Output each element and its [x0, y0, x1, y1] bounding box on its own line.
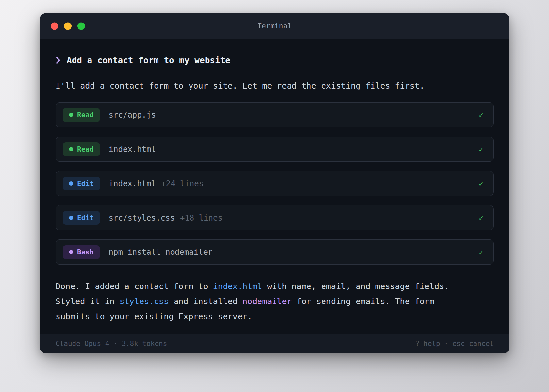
prompt-chevron-icon	[56, 56, 61, 65]
tool-command: npm install nodemailer	[109, 248, 213, 257]
summary-line: Done. I added a contact form to index.ht…	[56, 279, 494, 294]
assistant-intro-text: I'll add a contact form to your site. Le…	[56, 81, 494, 90]
lines-added-label: +18 lines	[180, 213, 223, 222]
badge-label: Edit	[77, 180, 94, 188]
title-bar: Terminal	[40, 13, 509, 39]
summary-segment: for sending emails. The form	[291, 297, 434, 306]
read-badge: Read	[63, 142, 100, 156]
success-check-icon: ✓	[479, 145, 483, 154]
summary-segment: and installed	[169, 297, 242, 306]
user-prompt: Add a contact form to my website	[56, 56, 494, 65]
badge-label: Read	[77, 111, 94, 119]
zoom-button[interactable]	[77, 23, 85, 30]
summary-segment: submits to your existing Express server.	[56, 312, 252, 321]
tool-dot-icon	[69, 181, 73, 186]
tool-dot-icon	[69, 147, 73, 151]
model-token-status: Claude Opus 4 · 3.8k tokens	[56, 340, 167, 348]
badge-label: Edit	[77, 214, 94, 222]
badge-label: Read	[77, 145, 94, 153]
user-prompt-text: Add a contact form to my website	[67, 56, 230, 65]
summary-line: submits to your existing Express server.	[56, 309, 494, 324]
traffic-lights	[51, 23, 85, 30]
tool-call-bash-npm-install[interactable]: Bash npm install nodemailer ✓	[56, 239, 494, 265]
keyboard-hints: ? help · esc cancel	[415, 340, 494, 348]
package-name-nodemailer: nodemailer	[242, 297, 292, 306]
success-check-icon: ✓	[479, 111, 483, 119]
edit-badge: Edit	[63, 211, 100, 225]
file-link-styles-css[interactable]: styles.css	[120, 297, 169, 306]
tool-call-list: Read src/app.js ✓ Read index.html ✓ Edit…	[56, 102, 494, 265]
window-title: Terminal	[258, 22, 292, 30]
terminal-content: Add a contact form to my website I'll ad…	[40, 39, 509, 334]
tool-command: src/styles.css	[109, 213, 175, 222]
tool-command: index.html	[109, 145, 156, 154]
minimize-button[interactable]	[64, 23, 72, 30]
summary-segment: Done. I added a contact form to	[56, 282, 213, 291]
bash-badge: Bash	[63, 245, 100, 259]
file-link-index-html[interactable]: index.html	[213, 282, 262, 291]
tool-call-edit-index-html[interactable]: Edit index.html +24 lines ✓	[56, 171, 494, 196]
success-check-icon: ✓	[479, 248, 483, 256]
summary-line: Styled it in styles.css and installed no…	[56, 294, 494, 309]
read-badge: Read	[63, 108, 100, 122]
tool-call-edit-styles-css[interactable]: Edit src/styles.css +18 lines ✓	[56, 205, 494, 230]
lines-added-label: +24 lines	[161, 179, 204, 188]
tool-call-read-index-html[interactable]: Read index.html ✓	[56, 137, 494, 162]
tool-call-read-app-js[interactable]: Read src/app.js ✓	[56, 102, 494, 127]
success-check-icon: ✓	[479, 179, 483, 188]
badge-label: Bash	[77, 248, 94, 256]
assistant-summary-text: Done. I added a contact form to index.ht…	[56, 279, 494, 324]
success-check-icon: ✓	[479, 214, 483, 222]
tool-command: index.html	[109, 179, 156, 188]
summary-segment: Styled it in	[56, 297, 120, 306]
tool-dot-icon	[69, 113, 73, 117]
edit-badge: Edit	[63, 177, 100, 190]
tool-command: src/app.js	[109, 110, 156, 120]
terminal-window: Terminal Add a contact form to my websit…	[40, 13, 509, 353]
status-bar: Claude Opus 4 · 3.8k tokens ? help · esc…	[40, 334, 509, 353]
tool-dot-icon	[69, 250, 73, 254]
close-button[interactable]	[51, 23, 58, 30]
summary-segment: with name, email, and message fields.	[262, 282, 449, 291]
tool-dot-icon	[69, 216, 73, 220]
